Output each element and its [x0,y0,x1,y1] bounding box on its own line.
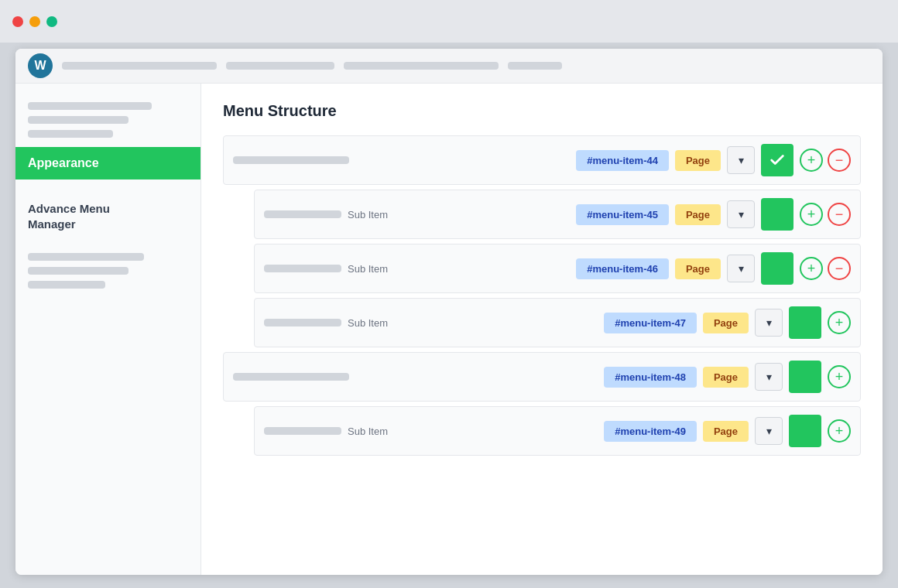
menu-row: #menu-item-44 Page ▾ + − [223,135,861,185]
row-actions: + − [800,203,851,226]
main-layout: Appearance Advance MenuManager Menu Stru… [15,84,883,575]
check-button[interactable] [761,198,793,231]
browser-window: W Appearance Advance MenuManager Menu St… [15,49,883,575]
menu-row: Sub Item #menu-item-47 Page ▾ + [254,298,861,347]
sub-item-label: Sub Item [348,263,388,275]
chevron-down-button[interactable]: ▾ [727,200,755,228]
check-button[interactable] [789,361,821,393]
sub-item-label: Sub Item [348,426,388,437]
menu-id-badge: #menu-item-44 [576,150,669,171]
nav-placeholder-3 [344,62,499,70]
titlebar [0,0,898,43]
page-badge: Page [703,367,749,388]
nav-placeholder-1 [62,62,217,70]
remove-button[interactable]: − [828,257,851,280]
menu-id-badge: #menu-item-47 [604,313,697,333]
sidebar: Appearance Advance MenuManager [15,84,201,575]
check-icon [769,152,786,169]
row-actions: + − [800,149,851,172]
sub-item-label: Sub Item [348,317,388,329]
empty-check-icon [797,422,814,439]
sidebar-placeholder-4 [28,253,144,261]
content-area: Menu Structure #menu-item-44 Page ▾ + − [201,84,883,575]
add-button[interactable]: + [800,257,823,280]
page-badge: Page [703,313,749,333]
empty-check-icon [797,368,814,385]
sub-item-label: Sub Item [348,209,388,220]
check-button[interactable] [761,144,793,176]
browser-toolbar: W [15,49,883,84]
wp-logo: W [28,53,53,78]
add-button[interactable]: + [828,311,851,334]
row-placeholder [264,427,341,435]
remove-button[interactable]: − [828,203,851,226]
row-placeholder [264,319,341,326]
sidebar-item-appearance[interactable]: Appearance [15,147,201,179]
sidebar-section-title: Advance MenuManager [15,189,201,238]
maximize-dot[interactable] [46,16,57,27]
page-badge: Page [675,204,721,225]
sidebar-placeholder-3 [28,130,113,138]
sidebar-placeholder-5 [28,267,129,275]
chevron-down-button[interactable]: ▾ [755,417,783,445]
check-button[interactable] [789,415,821,447]
add-button[interactable]: + [828,365,851,388]
close-dot[interactable] [12,16,23,27]
menu-id-badge: #menu-item-46 [576,258,669,279]
page-badge: Page [675,150,721,171]
page-badge: Page [703,421,749,442]
check-button[interactable] [789,306,821,339]
menu-row: Sub Item #menu-item-49 Page ▾ + [254,406,861,456]
check-button[interactable] [761,252,793,285]
nav-placeholder-4 [508,62,562,70]
row-actions: + [828,419,851,443]
row-actions: + [828,311,851,334]
add-button[interactable]: + [828,419,851,443]
empty-check-icon [769,206,786,223]
menu-row: Sub Item #menu-item-46 Page ▾ + − [254,244,861,293]
add-button[interactable]: + [800,149,823,172]
add-button[interactable]: + [800,203,823,226]
row-placeholder [264,265,341,272]
remove-button[interactable]: − [828,149,851,172]
row-actions: + [828,365,851,388]
sidebar-placeholder-1 [28,102,152,110]
chevron-down-button[interactable]: ▾ [727,146,755,174]
empty-check-icon [769,260,786,277]
row-placeholder [233,156,349,164]
row-placeholder [264,210,341,218]
menu-id-badge: #menu-item-49 [604,421,697,442]
row-actions: + − [800,257,851,280]
menu-id-badge: #menu-item-48 [604,367,697,388]
menu-row: #menu-item-48 Page ▾ + [223,352,861,402]
menu-id-badge: #menu-item-45 [576,204,669,225]
empty-check-icon [797,314,814,331]
page-title: Menu Structure [223,102,861,120]
chevron-down-button[interactable]: ▾ [755,363,783,391]
chevron-down-button[interactable]: ▾ [755,309,783,337]
row-placeholder [233,373,349,381]
sidebar-placeholder-6 [28,281,105,289]
menu-row: Sub Item #menu-item-45 Page ▾ + − [254,190,861,239]
sidebar-placeholder-2 [28,116,129,124]
page-badge: Page [675,258,721,279]
nav-placeholder-2 [226,62,334,70]
chevron-down-button[interactable]: ▾ [727,255,755,282]
minimize-dot[interactable] [29,16,40,27]
